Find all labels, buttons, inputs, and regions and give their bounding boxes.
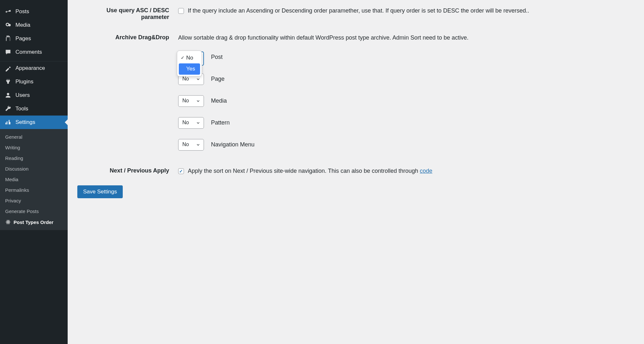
archive-label: Archive Drag&Drop (77, 33, 169, 41)
option-label: No (186, 54, 193, 62)
dropdown-list: ✓ No Yes (177, 51, 202, 77)
chevron-down-icon (196, 121, 200, 125)
appearance-icon (5, 65, 12, 72)
chevron-down-icon (196, 143, 200, 147)
submenu-general[interactable]: General (0, 132, 68, 142)
sidebar-subitem-label: Post Types Order (14, 219, 53, 225)
option-label: Yes (186, 65, 195, 73)
ascdesc-description: If the query include an Ascending or Des… (188, 6, 529, 15)
archive-row-pattern: No Pattern (178, 117, 634, 129)
tools-icon (5, 105, 12, 112)
submenu-permalinks[interactable]: Permalinks (0, 185, 68, 195)
archive-row-page: No Page (178, 73, 634, 85)
sidebar-label: Media (15, 22, 30, 28)
sidebar-item-comments[interactable]: Comments (0, 45, 68, 59)
ascdesc-label: Use query ASC / DESC parameter (77, 6, 169, 21)
admin-sidebar: Posts Media Pages Comments Appearance Pl… (0, 0, 68, 344)
dropdown-option-no[interactable]: ✓ No (179, 52, 200, 63)
archive-select-media[interactable]: No (178, 95, 204, 107)
settings-submenu: General Writing Reading Discussion Media… (0, 129, 68, 230)
row-nextprev: Next / Previous Apply Apply the sort on … (77, 167, 634, 176)
nextprev-description: Apply the sort on Next / Previous site-w… (188, 167, 432, 176)
row-archive: Archive Drag&Drop Allow sortable drag & … (77, 33, 634, 151)
sidebar-label: Comments (15, 49, 42, 55)
ascdesc-checkbox[interactable] (178, 8, 184, 14)
check-icon: ✓ (181, 54, 185, 61)
pages-icon (5, 35, 12, 42)
select-value: No (182, 97, 189, 105)
nextprev-checkbox[interactable] (178, 168, 184, 174)
select-value: No (182, 141, 189, 149)
archive-select-pattern[interactable]: No (178, 117, 204, 129)
archive-type-label: Navigation Menu (211, 140, 255, 149)
submenu-discussion[interactable]: Discussion (0, 163, 68, 174)
sidebar-item-plugins[interactable]: Plugins (0, 75, 68, 88)
submenu-generate-posts[interactable]: Generate Posts (0, 206, 68, 217)
svg-point-0 (8, 222, 9, 223)
sidebar-item-users[interactable]: Users (0, 88, 68, 102)
archive-type-label: Pattern (211, 118, 230, 127)
sidebar-label: Settings (15, 119, 35, 126)
nextprev-code-link[interactable]: code (420, 168, 432, 174)
atom-icon (5, 219, 11, 225)
settings-icon (5, 119, 12, 126)
sidebar-label: Users (15, 92, 30, 98)
archive-description: Allow sortable drag & drop functionality… (178, 33, 634, 42)
sidebar-item-media[interactable]: Media (0, 18, 68, 32)
pin-icon (5, 8, 12, 15)
media-icon (5, 22, 12, 29)
select-value: No (182, 119, 189, 127)
sidebar-label: Appearance (15, 65, 45, 71)
chevron-down-icon (196, 77, 200, 81)
row-ascdesc: Use query ASC / DESC parameter If the qu… (77, 6, 634, 21)
main-content: Use query ASC / DESC parameter If the qu… (68, 0, 644, 344)
submenu-privacy[interactable]: Privacy (0, 195, 68, 206)
plugins-icon (5, 78, 12, 85)
sidebar-item-pages[interactable]: Pages (0, 32, 68, 45)
dropdown-option-yes[interactable]: Yes (179, 63, 200, 74)
archive-type-label: Post (211, 53, 223, 62)
archive-type-label: Media (211, 97, 227, 106)
archive-row-post: ✓ No Yes Post (178, 51, 634, 63)
archive-row-navmenu: No Navigation Menu (178, 139, 634, 151)
chevron-down-icon (196, 99, 200, 103)
sidebar-item-appearance[interactable]: Appearance (0, 61, 68, 75)
sidebar-label: Posts (15, 8, 29, 15)
submenu-post-types-order[interactable]: Post Types Order (0, 217, 68, 228)
archive-select-navmenu[interactable]: No (178, 139, 204, 151)
archive-select-post[interactable]: ✓ No Yes (178, 51, 204, 63)
sidebar-item-posts[interactable]: Posts (0, 5, 68, 18)
save-button[interactable]: Save Settings (77, 185, 123, 198)
sidebar-label: Pages (15, 35, 31, 42)
users-icon (5, 92, 12, 99)
sidebar-item-tools[interactable]: Tools (0, 102, 68, 116)
sidebar-separator (0, 59, 68, 61)
submenu-media[interactable]: Media (0, 174, 68, 185)
submenu-writing[interactable]: Writing (0, 142, 68, 153)
archive-row-media: No Media (178, 95, 634, 107)
submenu-reading[interactable]: Reading (0, 153, 68, 163)
archive-type-label: Page (211, 75, 225, 84)
nextprev-label: Next / Previous Apply (77, 167, 169, 174)
comments-icon (5, 49, 12, 56)
sidebar-item-settings[interactable]: Settings (0, 116, 68, 129)
nextprev-text: Apply the sort on Next / Previous site-w… (188, 168, 420, 174)
sidebar-label: Tools (15, 106, 28, 112)
sidebar-label: Plugins (15, 79, 34, 85)
